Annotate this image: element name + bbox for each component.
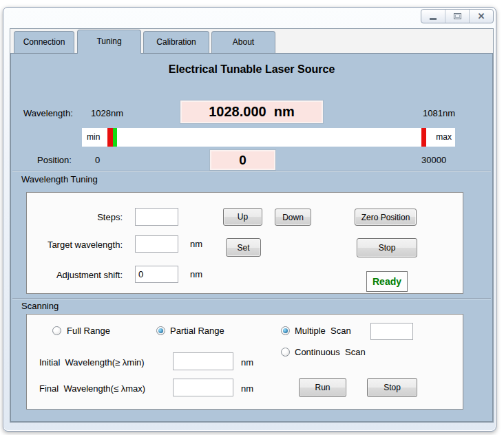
minimize-button[interactable]: [421, 10, 445, 23]
max-limit-marker: [421, 128, 426, 147]
page-title: Electrical Tunable Laser Source: [11, 63, 492, 76]
final-unit-label: nm: [241, 383, 253, 394]
tab-connection[interactable]: Connection: [14, 31, 74, 53]
final-wavelength-input[interactable]: [173, 379, 233, 396]
initial-wavelength-label: Initial Wavelength(≥ λmin): [39, 357, 145, 368]
tab-strip: Connection Tuning Calibration About: [10, 29, 493, 53]
adjustment-shift-input[interactable]: [135, 266, 178, 283]
wavelength-max-label: 1081nm: [423, 108, 455, 118]
run-button[interactable]: Run: [299, 378, 346, 397]
multiple-scan-label: Multiple Scan: [295, 326, 351, 336]
tuning-panel: Steps: Up Down Zero Position Target wave…: [26, 192, 463, 294]
client-area: Connection Tuning Calibration About Elec…: [10, 28, 494, 423]
tuning-group-title: Wavelength Tuning: [21, 174, 98, 184]
steps-label: Steps:: [39, 212, 123, 222]
position-display: 0: [210, 150, 275, 170]
set-button[interactable]: Set: [226, 238, 261, 257]
multiple-scan-radio[interactable]: [281, 326, 290, 335]
continuous-scan-label: Continuous Scan: [295, 347, 366, 357]
tuning-group-separator: [12, 171, 491, 171]
scanning-group-title: Scanning: [21, 301, 59, 311]
position-max-label: 30000: [421, 155, 446, 165]
zero-position-button[interactable]: Zero Position: [355, 209, 417, 226]
minimize-icon: [430, 18, 437, 20]
tuning-tab-page: Electrical Tunable Laser Source Waveleng…: [10, 53, 493, 422]
maximize-icon: [454, 13, 461, 19]
target-wavelength-input[interactable]: [135, 235, 178, 253]
final-wavelength-label: Final Wavelength(≤ λmax): [39, 383, 145, 394]
maximize-button[interactable]: [445, 10, 470, 23]
titlebar[interactable]: ✕: [3, 8, 496, 29]
wavelength-min-label: 1028nm: [91, 108, 123, 118]
scanning-panel: Full Range Partial Range Multiple Scan C…: [26, 314, 463, 410]
full-range-label: Full Range: [67, 326, 110, 336]
partial-range-radio[interactable]: [156, 326, 165, 335]
partial-range-label: Partial Range: [170, 326, 224, 336]
position-slider-track: min max: [82, 128, 455, 147]
tab-tuning[interactable]: Tuning: [77, 30, 141, 54]
target-unit-label: nm: [190, 239, 202, 249]
initial-wavelength-input[interactable]: [173, 352, 233, 370]
scanning-group-separator: [12, 298, 491, 299]
wavelength-display: 1028.000 nm: [180, 100, 323, 123]
initial-unit-label: nm: [241, 357, 253, 368]
stop-button[interactable]: Stop: [357, 238, 417, 257]
status-text: Ready: [372, 276, 401, 287]
scan-stop-button[interactable]: Stop: [367, 378, 417, 397]
steps-input[interactable]: [135, 208, 178, 226]
full-range-radio[interactable]: [52, 326, 61, 335]
app-window: ✕ Connection Tuning Calibration About El…: [3, 7, 496, 432]
close-icon: ✕: [478, 12, 485, 21]
position-min-label: 0: [95, 155, 100, 165]
wavelength-label: Wavelength:: [23, 108, 73, 118]
close-button[interactable]: ✕: [470, 10, 493, 23]
slider-max-label: max: [436, 132, 452, 142]
target-wavelength-label: Target wavelength:: [39, 240, 123, 250]
current-position-marker: [113, 128, 117, 147]
window-controls: ✕: [421, 9, 494, 23]
continuous-scan-radio[interactable]: [281, 348, 290, 357]
status-ready-box: Ready: [366, 271, 408, 292]
adjustment-shift-label: Adjustment shift:: [39, 270, 123, 280]
adjust-unit-label: nm: [190, 269, 202, 279]
multiple-scan-count-input[interactable]: [370, 323, 413, 340]
min-limit-marker: [107, 128, 113, 147]
down-button[interactable]: Down: [275, 209, 311, 226]
position-label: Position:: [37, 155, 72, 165]
tab-about[interactable]: About: [211, 31, 275, 53]
slider-min-label: min: [87, 132, 100, 142]
tab-calibration[interactable]: Calibration: [143, 31, 209, 53]
up-button[interactable]: Up: [223, 208, 262, 226]
